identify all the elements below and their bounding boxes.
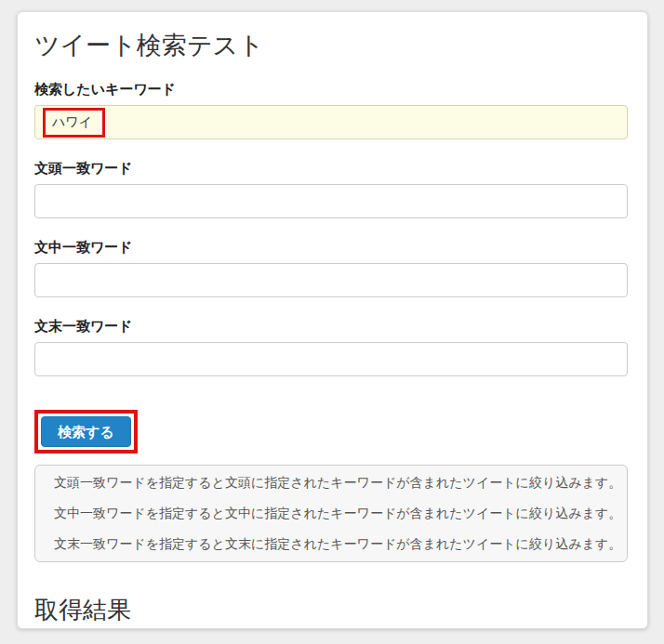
search-keyword-input-wrap — [34, 105, 628, 139]
search-keyword-input[interactable] — [34, 105, 628, 139]
help-line-head: 文頭一致ワードを指定すると文頭に指定されたキーワードが含まれたツイートに絞り込み… — [54, 467, 608, 498]
search-form-card: ツイート検索テスト 検索したいキーワード 文頭一致ワード 文中一致ワード 文末一… — [17, 11, 648, 629]
search-button-annotation-box: 検索する — [34, 410, 138, 453]
head-match-input[interactable] — [34, 184, 628, 218]
head-match-label: 文頭一致ワード — [34, 160, 628, 177]
help-line-middle: 文中一致ワードを指定すると文中に指定されたキーワードが含まれたツイートに絞り込み… — [54, 498, 608, 529]
help-line-tail: 文末一致ワードを指定すると文末に指定されたキーワードが含まれたツイートに絞り込み… — [54, 529, 608, 559]
form-group-middle-match: 文中一致ワード — [34, 239, 628, 297]
page-title: ツイート検索テスト — [34, 31, 628, 60]
tail-match-input[interactable] — [34, 342, 628, 376]
search-keyword-label: 検索したいキーワード — [34, 81, 628, 98]
results-heading: 取得結果 — [34, 596, 628, 624]
search-button[interactable]: 検索する — [41, 416, 131, 447]
form-group-head-match: 文頭一致ワード — [34, 160, 628, 218]
help-box: 文頭一致ワードを指定すると文頭に指定されたキーワードが含まれたツイートに絞り込み… — [34, 465, 628, 562]
form-group-tail-match: 文末一致ワード — [34, 318, 628, 376]
middle-match-input[interactable] — [34, 263, 628, 297]
tail-match-label: 文末一致ワード — [34, 318, 628, 335]
middle-match-label: 文中一致ワード — [34, 239, 628, 256]
form-group-search-keyword: 検索したいキーワード — [34, 81, 628, 139]
